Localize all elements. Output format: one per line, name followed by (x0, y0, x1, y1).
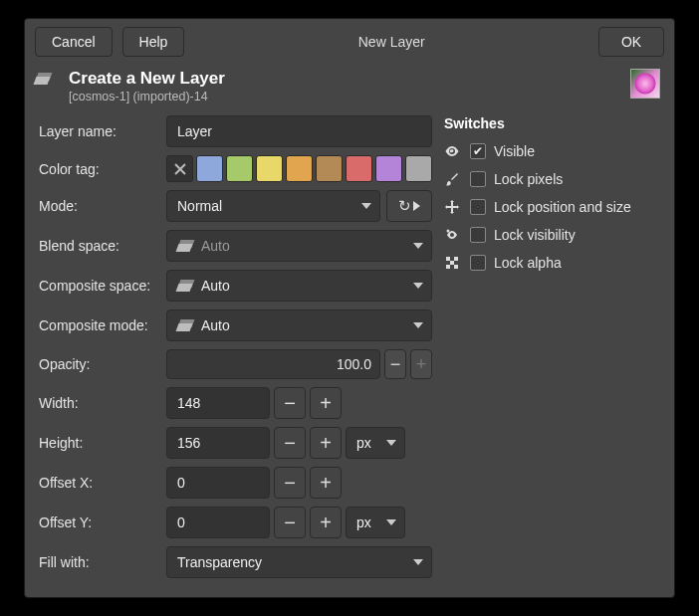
switch-row-move: Lock position and size (444, 193, 660, 221)
blend-space-select[interactable]: Auto (166, 230, 432, 262)
image-thumbnail (630, 69, 660, 99)
label-layer-name: Layer name: (39, 123, 160, 139)
offset-x-input[interactable]: 0 (166, 467, 270, 499)
composite-mode-select[interactable]: Auto (166, 309, 432, 341)
svg-rect-2 (454, 257, 458, 261)
eye-icon (444, 143, 462, 159)
label-composite-space: Composite space: (39, 278, 160, 294)
visibility-icon (444, 227, 462, 243)
chevron-down-icon (386, 519, 396, 525)
offset-y-decrement[interactable]: − (274, 507, 306, 538)
chevron-down-icon (413, 243, 423, 249)
composite-space-select[interactable]: Auto (166, 270, 432, 302)
height-decrement[interactable]: − (274, 427, 306, 459)
chevron-down-icon (413, 283, 423, 289)
switch-row-brush: Lock pixels (444, 165, 660, 193)
opacity-increment[interactable]: + (410, 349, 432, 379)
layer-name-input[interactable]: Layer (166, 115, 432, 147)
label-fill-with: Fill with: (39, 554, 160, 570)
switch-row-visibility: Lock visibility (444, 221, 660, 249)
offset-y-increment[interactable]: + (310, 507, 342, 538)
label-height: Height: (39, 435, 160, 451)
svg-rect-4 (446, 265, 450, 269)
label-offset-y: Offset Y: (39, 514, 160, 530)
svg-rect-1 (446, 257, 450, 261)
checkbox-lock-visibility[interactable] (470, 227, 486, 243)
play-icon (413, 201, 420, 211)
color-tag-green[interactable] (226, 155, 253, 182)
label-blend-space: Blend space: (39, 238, 160, 254)
switches-title: Switches (444, 115, 660, 131)
label-mode: Mode: (39, 198, 160, 214)
switch-label: Lock visibility (494, 227, 576, 243)
dialog-button-bar: Cancel Help New Layer OK (25, 19, 674, 65)
label-width: Width: (39, 395, 160, 411)
label-offset-x: Offset X: (39, 475, 160, 491)
offset-unit-select[interactable]: px (346, 507, 405, 538)
offset-y-input[interactable]: 0 (166, 507, 270, 538)
height-input[interactable]: 156 (166, 427, 270, 459)
chevron-down-icon (386, 440, 396, 446)
size-unit-select[interactable]: px (346, 427, 405, 459)
color-tag-yellow[interactable] (256, 155, 283, 182)
mode-reset-button[interactable]: ↻ (386, 190, 432, 222)
switches-panel: Switches VisibleLock pixelsLock position… (444, 115, 660, 583)
new-layer-dialog: Cancel Help New Layer OK Create a New La… (24, 18, 675, 598)
checkbox-visible[interactable] (470, 143, 486, 159)
color-tag-row (166, 155, 432, 182)
width-increment[interactable]: + (310, 387, 342, 419)
width-input[interactable]: 148 (166, 387, 270, 419)
opacity-input[interactable]: 100.0 (166, 349, 380, 379)
label-opacity: Opacity: (39, 356, 160, 372)
color-tag-red[interactable] (346, 155, 372, 182)
offset-x-decrement[interactable]: − (274, 467, 306, 499)
chevron-down-icon (361, 203, 371, 209)
dialog-title: New Layer (194, 34, 588, 50)
header-title: Create a New Layer (69, 69, 630, 89)
switch-label: Lock alpha (494, 255, 562, 271)
switch-label: Visible (494, 143, 535, 159)
color-tag-orange[interactable] (286, 155, 313, 182)
color-tag-none[interactable] (166, 155, 193, 182)
dialog-header: Create a New Layer [cosmos-1] (imported)… (25, 65, 674, 109)
switch-row-eye: Visible (444, 137, 660, 165)
checkbox-lock-pixels[interactable] (470, 171, 486, 187)
layer-icon (177, 240, 195, 252)
width-decrement[interactable]: − (274, 387, 306, 419)
height-increment[interactable]: + (310, 427, 342, 459)
header-subtitle: [cosmos-1] (imported)-14 (69, 90, 630, 103)
switch-label: Lock position and size (494, 199, 631, 215)
color-tag-violet[interactable] (375, 155, 402, 182)
color-tag-gray[interactable] (405, 155, 432, 182)
checkbox-lock-position-and-size[interactable] (470, 199, 486, 215)
opacity-decrement[interactable]: − (384, 349, 406, 379)
cancel-button[interactable]: Cancel (35, 27, 113, 57)
switch-row-alpha: Lock alpha (444, 249, 660, 277)
chevron-down-icon (413, 322, 423, 328)
color-tag-blue[interactable] (196, 155, 223, 182)
fill-with-select[interactable]: Transparency (166, 546, 432, 578)
svg-rect-5 (454, 265, 458, 269)
ok-button[interactable]: OK (598, 27, 664, 57)
layers-icon (35, 73, 63, 93)
label-color-tag: Color tag: (39, 161, 160, 177)
svg-point-0 (447, 230, 450, 233)
svg-rect-3 (450, 261, 454, 265)
switch-label: Lock pixels (494, 171, 563, 187)
reset-icon: ↻ (398, 197, 411, 215)
offset-x-increment[interactable]: + (310, 467, 342, 499)
label-composite-mode: Composite mode: (39, 317, 160, 333)
help-button[interactable]: Help (122, 27, 185, 57)
chevron-down-icon (413, 559, 423, 565)
mode-select[interactable]: Normal (166, 190, 380, 222)
checkbox-lock-alpha[interactable] (470, 255, 486, 271)
layer-icon (177, 280, 195, 292)
color-tag-brown[interactable] (316, 155, 343, 182)
brush-icon (444, 171, 462, 187)
alpha-icon (444, 255, 462, 271)
move-icon (444, 199, 462, 215)
layer-icon (177, 319, 195, 331)
form-grid: Layer name: Layer Color tag: Mode: Norma… (39, 115, 432, 583)
